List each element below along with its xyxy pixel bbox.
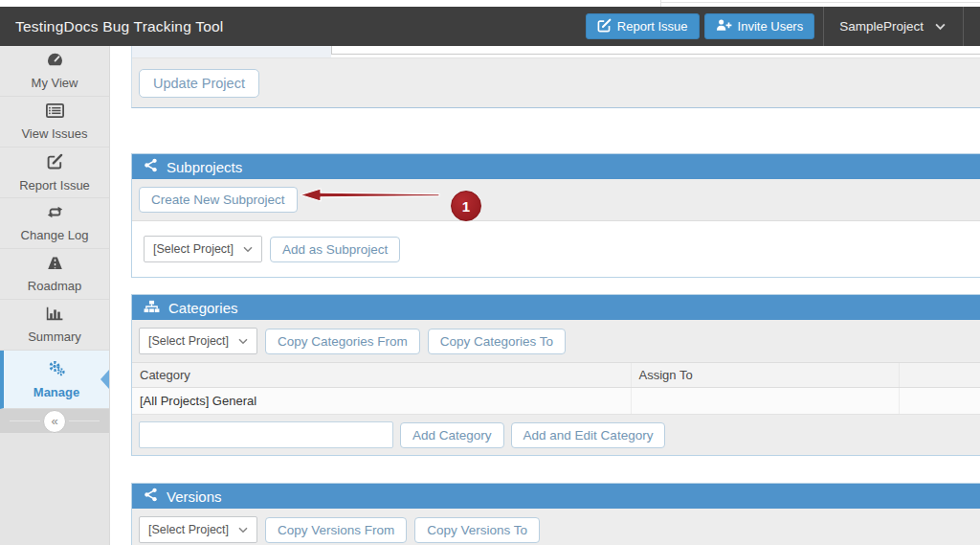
categories-project-select[interactable]: [Select Project] bbox=[139, 328, 257, 354]
annotation-step-badge: 1 bbox=[451, 191, 481, 221]
remnant-line bbox=[660, 2, 980, 3]
select-value: [Select Project] bbox=[148, 334, 229, 348]
gears-icon bbox=[47, 359, 66, 380]
sidebar-item-label: Summary bbox=[28, 329, 81, 344]
sidebar-item-view-issues[interactable]: View Issues bbox=[0, 97, 109, 148]
sidebar: My View View Issues Report Issue Change … bbox=[0, 46, 110, 545]
share-icon bbox=[144, 488, 158, 505]
sidebar-item-change-log[interactable]: Change Log bbox=[0, 198, 109, 249]
changelog-icon bbox=[46, 205, 64, 223]
navbar-actions: Report Issue Invite Users SampleProject bbox=[586, 7, 980, 46]
report-issue-button[interactable]: Report Issue bbox=[586, 13, 700, 39]
sidebar-item-report-issue[interactable]: Report Issue bbox=[0, 148, 109, 198]
chevron-down-icon bbox=[935, 19, 946, 34]
categories-toolbar: [Select Project] Copy Categories From Co… bbox=[132, 320, 980, 363]
subprojects-panel-header: Subprojects bbox=[132, 154, 980, 179]
table-row: [All Projects] General bbox=[132, 388, 980, 415]
copy-versions-from-button[interactable]: Copy Versions From bbox=[265, 517, 407, 543]
add-category-button[interactable]: Add Category bbox=[400, 422, 504, 448]
invite-users-button[interactable]: Invite Users bbox=[704, 13, 815, 39]
form-row-partial bbox=[132, 46, 980, 57]
edit-icon bbox=[597, 18, 612, 35]
remnant-line bbox=[660, 0, 661, 7]
sidebar-toggle-strip: « bbox=[0, 409, 109, 433]
add-and-edit-category-button[interactable]: Add and Edit Category bbox=[511, 422, 666, 448]
column-header-assign-to: Assign To bbox=[631, 363, 899, 388]
categories-panel: Categories [Select Project] Copy Categor… bbox=[131, 294, 980, 456]
versions-toolbar: [Select Project] Copy Versions From Copy… bbox=[132, 509, 980, 545]
sidebar-item-manage[interactable]: Manage bbox=[0, 351, 109, 409]
actions-cell bbox=[899, 388, 980, 415]
share-icon bbox=[144, 158, 158, 175]
sidebar-empty-area bbox=[0, 433, 109, 545]
bar-chart-icon bbox=[46, 307, 63, 325]
top-navbar: TestingDocs Bug Tracking Tool Report Iss… bbox=[0, 7, 980, 46]
create-new-subproject-button[interactable]: Create New Subproject bbox=[139, 187, 298, 213]
subproject-project-select[interactable]: [Select Project] bbox=[144, 236, 262, 262]
panel-title: Categories bbox=[168, 300, 238, 316]
sidebar-item-label: Manage bbox=[33, 385, 79, 399]
chevron-down-icon bbox=[238, 334, 248, 348]
select-value: [Select Project] bbox=[148, 523, 229, 536]
sidebar-item-summary[interactable]: Summary bbox=[0, 300, 109, 351]
edit-icon bbox=[47, 153, 63, 173]
main-content: Update Project Subprojects Create New Su… bbox=[131, 46, 980, 545]
edit-project-panel-bottom: Update Project bbox=[131, 46, 980, 108]
sidebar-item-label: Report Issue bbox=[19, 178, 90, 193]
user-plus-icon bbox=[716, 18, 732, 34]
dashboard-icon bbox=[46, 52, 64, 71]
form-footer: Update Project bbox=[132, 57, 980, 107]
assign-to-cell bbox=[631, 388, 899, 415]
project-selector-dropdown[interactable]: SampleProject bbox=[823, 7, 964, 46]
sitemap-icon bbox=[144, 300, 160, 316]
description-textarea-partial[interactable] bbox=[331, 46, 980, 55]
copy-versions-to-button[interactable]: Copy Versions To bbox=[414, 517, 540, 543]
sidebar-item-my-view[interactable]: My View bbox=[0, 46, 109, 97]
panel-title: Versions bbox=[167, 488, 222, 505]
copy-categories-from-button[interactable]: Copy Categories From bbox=[265, 329, 420, 354]
table-header-row: Category Assign To bbox=[132, 363, 980, 388]
select-value: [Select Project] bbox=[153, 242, 234, 256]
app-title: TestingDocs Bug Tracking Tool bbox=[15, 18, 223, 35]
category-cell: [All Projects] General bbox=[132, 388, 631, 415]
panel-title: Subprojects bbox=[167, 159, 242, 175]
report-issue-label: Report Issue bbox=[617, 19, 688, 34]
invite-users-label: Invite Users bbox=[738, 19, 804, 34]
chevron-down-icon bbox=[243, 242, 253, 256]
sidebar-item-label: Roadmap bbox=[28, 279, 81, 293]
column-header-actions bbox=[899, 363, 980, 388]
page-top-remnant bbox=[0, 0, 980, 7]
sidebar-collapse-button[interactable]: « bbox=[43, 410, 66, 433]
update-project-button[interactable]: Update Project bbox=[139, 69, 259, 98]
subprojects-body: [Select Project] Add as Subproject bbox=[132, 221, 980, 277]
project-selector-value: SampleProject bbox=[839, 19, 924, 34]
subprojects-panel: Subprojects Create New Subproject [Selec… bbox=[131, 153, 980, 278]
categories-footer: Add Category Add and Edit Category bbox=[132, 415, 980, 455]
list-icon bbox=[46, 103, 64, 122]
form-label-column bbox=[132, 46, 331, 57]
new-category-input[interactable] bbox=[139, 421, 393, 448]
versions-panel-header: Versions bbox=[132, 484, 980, 509]
navbar-end-cap bbox=[964, 7, 980, 46]
categories-panel-header: Categories bbox=[132, 295, 980, 320]
sidebar-item-label: Change Log bbox=[21, 228, 89, 242]
column-header-category: Category bbox=[132, 363, 631, 388]
categories-table: Category Assign To [All Projects] Genera… bbox=[132, 363, 980, 415]
subprojects-toolbar: Create New Subproject bbox=[132, 179, 980, 221]
copy-categories-to-button[interactable]: Copy Categories To bbox=[428, 329, 566, 354]
sidebar-item-label: View Issues bbox=[21, 126, 87, 141]
add-as-subproject-button[interactable]: Add as Subproject bbox=[270, 237, 400, 262]
sidebar-item-label: My View bbox=[32, 76, 78, 90]
sidebar-item-roadmap[interactable]: Roadmap bbox=[0, 249, 109, 300]
versions-project-select[interactable]: [Select Project] bbox=[139, 516, 257, 543]
versions-panel: Versions [Select Project] Copy Versions … bbox=[131, 483, 980, 545]
chevron-down-icon bbox=[238, 523, 248, 536]
road-icon bbox=[47, 256, 63, 274]
